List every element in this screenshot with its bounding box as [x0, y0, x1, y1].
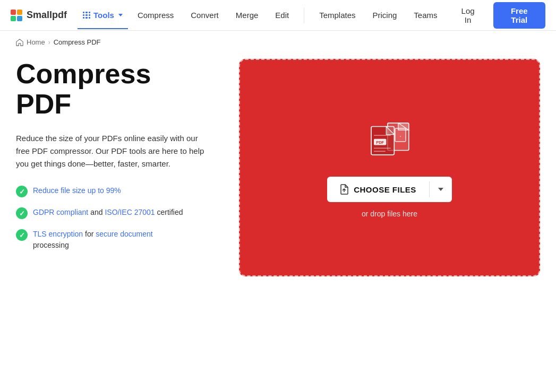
nav-edit[interactable]: Edit — [268, 7, 296, 23]
pdf-icon-container: PDF • — [363, 117, 416, 162]
svg-text:•: • — [399, 135, 400, 138]
choose-files-button[interactable]: CHOOSE FILES — [327, 177, 429, 202]
breadcrumb-current-page: Compress PDF — [54, 38, 101, 46]
nav-convert[interactable]: Convert — [183, 7, 226, 23]
choose-files-label: CHOOSE FILES — [354, 185, 416, 194]
nav-compress[interactable]: Compress — [130, 7, 181, 23]
logo-text: Smallpdf — [27, 10, 67, 21]
feature-link-secure[interactable]: secure document — [96, 230, 152, 238]
logo[interactable]: Smallpdf — [11, 10, 67, 21]
nav-merge[interactable]: Merge — [228, 7, 266, 23]
tools-menu-button[interactable]: Tools — [78, 7, 128, 23]
main-content: Compress PDF Reduce the size of your PDF… — [0, 54, 556, 298]
free-trial-button[interactable]: Free Trial — [493, 2, 545, 29]
upload-dropzone[interactable]: PDF • — [239, 59, 540, 276]
nav-templates[interactable]: Templates — [312, 7, 363, 23]
file-upload-icon — [340, 184, 348, 195]
feature-link-tls[interactable]: TLS encryption — [33, 230, 83, 238]
navbar: Smallpdf Tools Compress Convert Merge Ed… — [0, 0, 556, 31]
feature-link-iso[interactable]: ISO/IEC 27001 — [105, 208, 155, 216]
feature-item-1: Reduce file size up to 99% — [16, 185, 207, 197]
nav-teams[interactable]: Teams — [406, 7, 444, 23]
breadcrumb-separator: › — [48, 39, 50, 46]
feature-item-3: TLS encryption for secure document proce… — [16, 229, 207, 251]
breadcrumb: Home › Compress PDF — [0, 31, 556, 54]
check-icon-1 — [16, 186, 28, 197]
breadcrumb-home-link[interactable]: Home — [27, 38, 45, 46]
logo-icon — [11, 10, 22, 21]
feature-text-2: GDPR compliant and ISO/IEC 27001 certifi… — [33, 207, 183, 218]
login-button[interactable]: Log In — [449, 3, 487, 28]
tools-chevron-icon — [118, 14, 123, 16]
choose-files-row: CHOOSE FILES — [327, 177, 452, 202]
check-icon-3 — [16, 229, 28, 241]
feature-text-1: Reduce file size up to 99% — [33, 185, 121, 196]
page-description: Reduce the size of your PDFs online easi… — [16, 132, 207, 170]
feature-list: Reduce file size up to 99% GDPR complian… — [16, 185, 207, 251]
right-panel: PDF • — [239, 59, 540, 276]
nav-divider — [304, 7, 304, 23]
feature-link-gdpr[interactable]: GDPR compliant — [33, 208, 88, 216]
pdf-files-icon: PDF • — [363, 117, 416, 160]
svg-text:PDF: PDF — [376, 140, 384, 145]
choose-files-dropdown-button[interactable] — [430, 180, 452, 198]
home-icon — [16, 39, 23, 46]
feature-item-2: GDPR compliant and ISO/IEC 27001 certifi… — [16, 207, 207, 219]
tools-label: Tools — [93, 11, 114, 20]
nav-pricing[interactable]: Pricing — [365, 7, 405, 23]
grid-icon — [83, 12, 90, 19]
check-icon-2 — [16, 207, 28, 219]
feature-link-1[interactable]: Reduce file size up to 99% — [33, 186, 121, 195]
drop-text: or drop files here — [362, 210, 417, 218]
left-panel: Compress PDF Reduce the size of your PDF… — [16, 59, 207, 251]
feature-text-3: TLS encryption for secure document proce… — [33, 229, 153, 251]
page-title: Compress PDF — [16, 59, 207, 119]
dropdown-chevron-icon — [438, 188, 443, 191]
